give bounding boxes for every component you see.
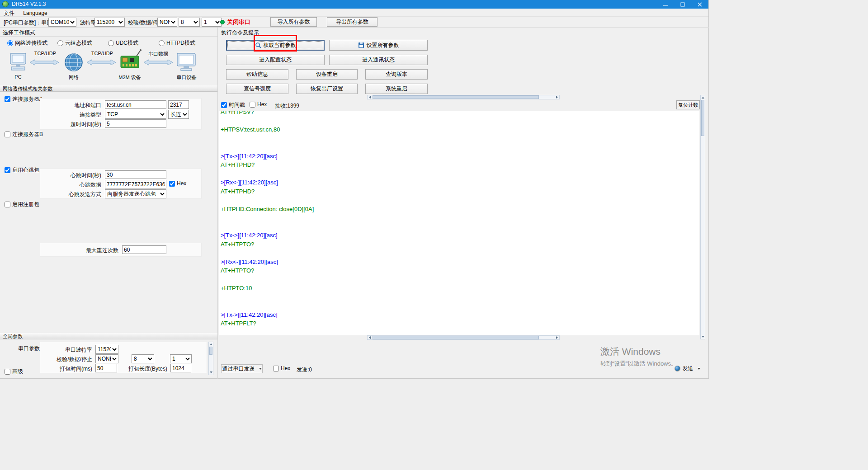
maximize-button[interactable] [674,0,691,9]
scroll-left-icon[interactable] [368,95,372,99]
mode-radio-net-transparent[interactable]: 网络透传模式 [7,39,47,47]
server-a-address-input[interactable] [105,100,166,109]
heartbeat-checkbox-input[interactable] [5,167,10,173]
recv-hex-checkbox-input[interactable] [250,102,255,108]
close-button[interactable] [691,0,708,9]
databits-select[interactable]: 8 [179,18,200,27]
timestamp-checkbox[interactable]: 时间戳 [221,101,245,109]
g-databits-select[interactable]: 8 [132,354,154,363]
advanced-checkbox[interactable]: 高级 [5,368,23,376]
log-line [221,169,699,179]
log-line: >[Tx->][11:42:20][asc] [221,310,699,320]
log-hscrollbar-top[interactable] [367,95,560,99]
conn-keep-select[interactable]: 长连接 [168,110,189,119]
scroll-down-icon[interactable] [209,370,213,375]
log-line [221,117,699,126]
enter-comm-state-button[interactable]: 进入通讯状态 [329,55,428,65]
server-a-port-input[interactable] [168,100,189,109]
register-checkbox-input[interactable] [5,202,10,207]
scroll-thumb[interactable] [701,100,704,136]
server-b-checkbox[interactable]: 连接服务器B [5,131,43,138]
parity-select[interactable]: NONE [157,18,177,27]
mode-radio-input[interactable] [159,40,165,46]
pack-time-input[interactable] [95,364,117,372]
close-serial-button[interactable]: 关闭串口 [220,18,250,26]
global-params-section-header: 全局参数 [0,333,217,339]
log-vscrollbar[interactable] [700,95,705,339]
system-restart-button[interactable]: 系统重启 [365,84,428,94]
hb-data-label: 心跳数据 [40,181,103,189]
recv-hex-label: Hex [257,101,267,108]
network-globe-icon [64,52,84,74]
get-current-params-button[interactable]: 获取当前参数 [226,40,325,51]
server-b-checkbox-input[interactable] [5,132,10,137]
send-hex-checkbox[interactable]: Hex [273,365,290,371]
log-hscrollbar-bottom[interactable] [367,335,560,340]
mode-radio-cloud[interactable]: 云组态模式 [57,39,92,47]
watermark-line1: 激活 Windows [600,345,677,358]
arrow-icon [87,59,116,67]
heartbeat-checkbox[interactable]: 启用心跳包 [5,166,39,174]
device-restart-button[interactable]: 设备重启 [296,69,358,80]
scroll-left-icon[interactable] [368,336,372,339]
g-stopbits-select[interactable]: 1 [170,354,192,363]
enter-config-state-button[interactable]: 进入配置状态 [226,55,325,65]
hb-time-input[interactable] [105,170,166,179]
hb-data-input[interactable] [105,180,166,188]
send-via-serial-dropdown[interactable]: 通过串口发送 [221,364,263,373]
server-a-checkbox[interactable]: 连接服务器A [5,95,43,103]
server-a-checkbox-input[interactable] [5,96,10,102]
timeout-input[interactable] [105,119,166,128]
scroll-right-icon[interactable] [555,95,559,99]
log-line [221,143,699,152]
mode-radio-httpd[interactable]: HTTPD模式 [159,39,195,47]
scroll-down-icon[interactable] [701,334,705,339]
scroll-thumb[interactable] [373,336,539,339]
menu-file[interactable]: 文件 [0,9,18,18]
factory-reset-button[interactable]: 恢复出厂设置 [296,84,358,94]
mode-radio-input[interactable] [57,40,63,46]
hb-mode-select[interactable]: 向服务器发送心跳包 [105,189,166,198]
g-baud-select[interactable]: 115200 [95,345,118,354]
query-version-button[interactable]: 查询版本 [365,69,428,80]
set-all-params-button[interactable]: 设置所有参数 [329,40,428,51]
mode-radio-input[interactable] [7,40,13,46]
scroll-thumb[interactable] [209,347,212,355]
scroll-thumb[interactable] [373,95,539,99]
scroll-up-icon[interactable] [701,95,705,100]
send-hex-checkbox-input[interactable] [273,366,279,371]
menu-language[interactable]: Language [19,9,51,17]
send-button[interactable]: 发送 [674,364,701,373]
hb-hex-checkbox[interactable]: Hex [169,180,186,187]
link1-label: TCP/UDP [32,51,59,56]
hb-hex-checkbox-input[interactable] [169,181,175,187]
g-parity-select[interactable]: NONE [95,354,118,363]
serial-params-label: 串口参数 [18,345,40,352]
baud-select[interactable]: 115200 [94,18,125,27]
global-panel-scrollbar[interactable] [208,342,213,375]
register-checkbox[interactable]: 启用注册包 [5,201,39,208]
log-line: AT+HTPFLT? [221,319,699,328]
minimize-button[interactable] [657,0,674,9]
log-line [221,275,699,284]
conn-type-select[interactable]: TCP [105,110,166,119]
help-info-button[interactable]: 帮助信息 [226,69,288,80]
export-all-params-button[interactable]: 导出所有参数 [327,17,377,27]
reconnect-input[interactable] [122,245,166,254]
com-port-select[interactable]: COM10 [48,18,76,27]
pack-len-input[interactable] [170,364,191,372]
stopbits-select[interactable]: 1 [202,18,222,27]
app-window: DR514 V2.1.3 文件 Language [PC串口参数]：串口号 CO… [0,0,709,379]
recv-hex-checkbox[interactable]: Hex [250,101,267,108]
advanced-checkbox-input[interactable] [5,369,10,375]
reset-counter-button[interactable]: 复位计数 [676,100,700,109]
mode-radio-input[interactable] [108,40,114,46]
scroll-up-icon[interactable] [209,342,213,347]
query-signal-button[interactable]: 查信号强度 [226,84,288,94]
timestamp-checkbox-input[interactable] [221,102,227,108]
m2m-node-label: M2M 设备 [114,74,146,81]
import-all-params-button[interactable]: 导入所有参数 [270,17,317,27]
scroll-right-icon[interactable] [555,336,559,339]
mode-radio-udc[interactable]: UDC模式 [108,39,138,47]
log-output[interactable]: AT+HTPSV? +HTPSV:test.usr.cn,80 >[Tx->][… [219,111,699,335]
